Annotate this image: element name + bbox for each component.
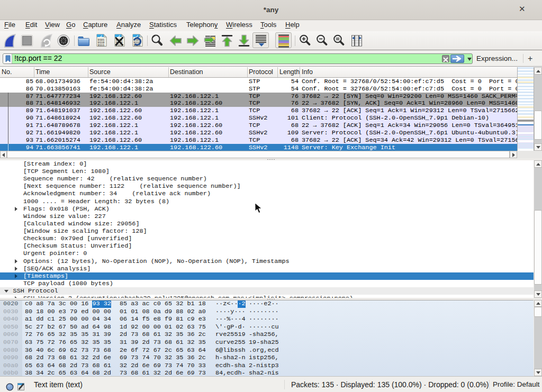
svg-text:0111: 0111 <box>98 44 104 47</box>
